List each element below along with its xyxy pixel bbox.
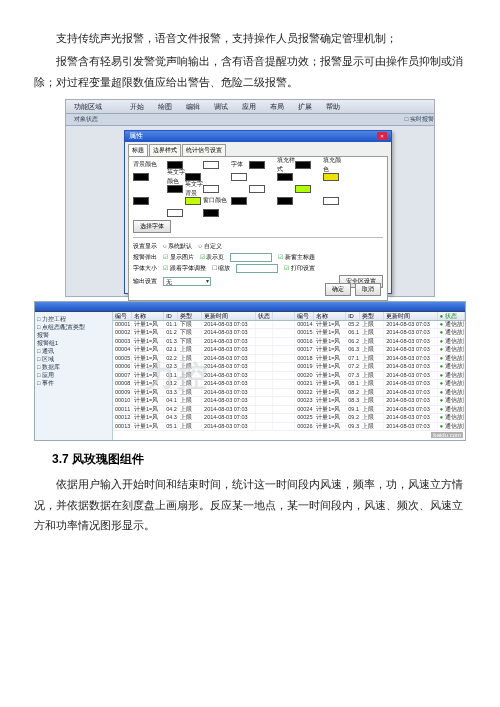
grid-cell: 07.1 (346, 355, 360, 363)
grid-header-cell[interactable]: 更新时间 (202, 312, 256, 320)
grid-header-cell[interactable]: ID (164, 312, 178, 320)
tree-node[interactable]: □ 应用 (37, 372, 110, 379)
dialog-tab[interactable]: 标题 (128, 144, 148, 156)
ok-button[interactable]: 确定 (325, 283, 351, 296)
popup-field[interactable] (230, 253, 272, 262)
color-swatch[interactable] (203, 161, 219, 169)
close-icon[interactable]: × (377, 132, 387, 140)
table-row[interactable]: 00002计量1=风01.2下限2014-08-03 07:0300015计量1… (113, 329, 465, 338)
tree-node[interactable]: □ 点组态/配置类型 (37, 324, 110, 331)
chk-zoom[interactable]: 缩放 (212, 264, 231, 273)
table-row[interactable]: 00005计量1=风02.2上限2014-08-03 07:0300018计量1… (113, 355, 465, 364)
grid-header-cell[interactable] (273, 312, 295, 320)
table-row[interactable]: 00011计量1=风04.2上限2014-08-03 07:0300024计量1… (113, 406, 465, 415)
color-swatch[interactable] (323, 173, 339, 181)
dialog-tab[interactable]: 边界样式 (149, 144, 181, 156)
tree-node[interactable]: □ 力控工程 (37, 316, 110, 323)
tree-node[interactable]: □ 数据库 (37, 364, 110, 371)
table-row[interactable]: 00013计量1=风05.1上限2014-08-03 07:0300026计量1… (113, 423, 465, 432)
grid-cell: 00011 (113, 406, 132, 414)
menu-item[interactable]: 编辑 (186, 102, 200, 111)
color-swatch[interactable] (167, 209, 183, 217)
grid-cell: 计量1=风 (314, 321, 346, 329)
color-swatch[interactable] (249, 161, 265, 169)
color-swatch[interactable] (249, 185, 265, 193)
chk-new-window-title[interactable]: 新窗主标题 (278, 253, 315, 262)
grid-header-cell[interactable]: 状态 (438, 312, 465, 320)
menu-item[interactable]: 帮助 (326, 102, 340, 111)
grid-cell: 02.3 (164, 363, 178, 371)
menu-item[interactable]: 功能区域 (74, 102, 102, 111)
grid-header-cell[interactable]: 编号 (295, 312, 314, 320)
chk-show-page[interactable]: 表示页 (200, 253, 225, 262)
grid-cell (256, 355, 273, 363)
grid-header-cell[interactable]: 类型 (178, 312, 202, 320)
grid-cell: 2014-08-03 07:03 (202, 346, 256, 354)
color-swatch[interactable] (167, 185, 183, 193)
color-swatch[interactable] (295, 161, 311, 169)
app-menubar: 功能区域开始绘图编辑调试应用布局扩展帮助 (66, 100, 434, 114)
color-swatch[interactable] (133, 173, 149, 181)
chk-print-settings[interactable]: 打印设置 (284, 264, 315, 273)
color-swatch[interactable] (203, 185, 219, 193)
color-swatch[interactable] (295, 185, 311, 193)
menu-item[interactable]: 调试 (214, 102, 228, 111)
table-row[interactable]: 00009计量1=风03.3上限2014-08-03 07:0300022计量1… (113, 389, 465, 398)
grid-header-cell[interactable]: 状态 (256, 312, 273, 320)
grid-cell (256, 346, 273, 354)
grid-cell: 00014 (295, 321, 314, 329)
table-row[interactable]: 00008计量1=风03.2上限2014-08-03 07:0300021计量1… (113, 380, 465, 389)
radio-custom[interactable]: 自定义 (198, 242, 221, 251)
table-row[interactable]: 00007计量1=风03.1上限2014-08-03 07:0300020计量1… (113, 372, 465, 381)
grid-cell: 上限 (360, 397, 384, 405)
tree-node[interactable]: □ 通讯 (37, 348, 110, 355)
tree-node[interactable]: □ 区域 (37, 356, 110, 363)
color-swatch[interactable] (231, 197, 247, 205)
table-row[interactable]: 00012计量1=风04.3上限2014-08-03 07:0300025计量1… (113, 414, 465, 423)
color-swatch[interactable] (277, 197, 293, 205)
grid-header-cell[interactable]: 类型 (360, 312, 384, 320)
grid-header-cell[interactable]: 编号 (113, 312, 132, 320)
cancel-button[interactable]: 取消 (355, 283, 381, 296)
color-swatch[interactable] (323, 197, 339, 205)
grid-cell: 03.1 (164, 372, 178, 380)
menu-item[interactable]: 应用 (242, 102, 256, 111)
menu-item[interactable]: 开始 (130, 102, 144, 111)
grid-header-cell[interactable]: 名称 (132, 312, 164, 320)
color-swatch[interactable] (277, 173, 293, 181)
chk-show-image[interactable]: 显示图片 (163, 253, 194, 262)
dialog-tab[interactable]: 统计信号设置 (182, 144, 226, 156)
grid-cell: 02.2 (164, 355, 178, 363)
menu-item[interactable]: 布局 (270, 102, 284, 111)
chk-follow-font[interactable]: 跟着字体调整 (163, 264, 206, 273)
tree-node[interactable]: 报警组1 (37, 340, 110, 347)
grid-cell: 2014-08-03 07:03 (202, 363, 256, 371)
grid-header-cell[interactable]: 更新时间 (384, 312, 438, 320)
table-row[interactable]: 00010计量1=风04.1上限2014-08-03 07:0300023计量1… (113, 397, 465, 406)
grid-cell: 上限 (360, 363, 384, 371)
grid-cell: 2014-08-03 07:03 (384, 397, 438, 405)
menu-item[interactable]: 扩展 (298, 102, 312, 111)
table-row[interactable]: 00006计量1=风02.3上限2014-08-03 07:0300019计量1… (113, 363, 465, 372)
screenshot-tag-list: □ 力控工程 □ 点组态/配置类型 报警 报警组1 □ 通讯 □ 区域 □ 数据… (34, 301, 466, 441)
menu-item[interactable]: 绘图 (158, 102, 172, 111)
fontsize-field[interactable] (236, 264, 278, 273)
color-swatch[interactable] (133, 197, 149, 205)
tree-node[interactable]: □ 事件 (37, 380, 110, 387)
grid-cell: 计量1=风 (132, 406, 164, 414)
grid-header-cell[interactable]: 名称 (314, 312, 346, 320)
radio-system-default[interactable]: 系统默认 (163, 242, 192, 251)
grid-cell (256, 406, 273, 414)
table-row[interactable]: 00004计量1=风02.1上限2014-08-03 07:0300017计量1… (113, 346, 465, 355)
color-swatch[interactable] (185, 197, 201, 205)
color-swatch[interactable] (231, 173, 247, 181)
tree-node[interactable]: 报警 (37, 332, 110, 339)
font-select-button[interactable]: 选择字体 (133, 220, 171, 233)
table-row[interactable]: 00001计量1=风01.1下限2014-08-03 07:0300014计量1… (113, 321, 465, 330)
grid-header-cell[interactable]: ID (346, 312, 360, 320)
grid-cell: 03.2 (164, 380, 178, 388)
grid-cell: 下限 (178, 329, 202, 337)
table-row[interactable]: 00003计量1=风01.3下限2014-08-03 07:0300016计量1… (113, 338, 465, 347)
color-swatch[interactable] (203, 209, 219, 217)
output-combo[interactable]: 无 (163, 277, 211, 286)
